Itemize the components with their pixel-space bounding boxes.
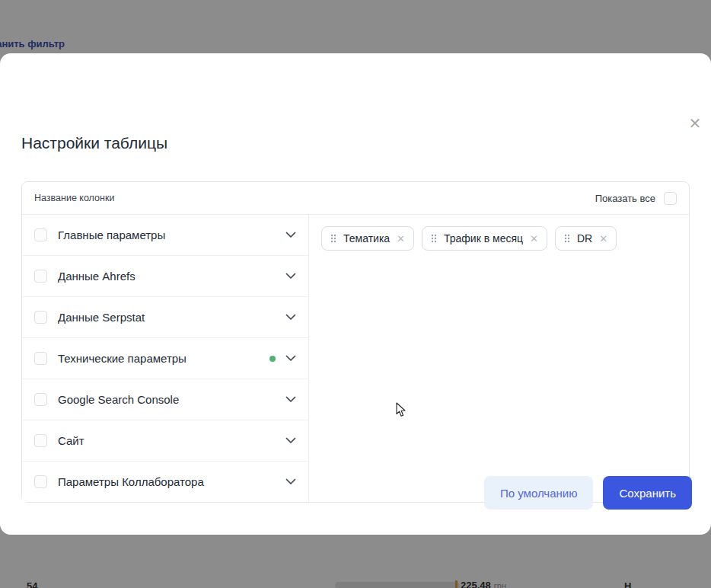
modal-footer: По умолчанию Сохранить	[484, 476, 692, 510]
chevron-down-icon[interactable]	[285, 232, 296, 238]
columns-panel: Название колонки Показать все Главные па…	[21, 181, 690, 503]
group-label: Технические параметры	[58, 352, 187, 365]
group-label: Google Search Console	[58, 393, 179, 406]
group-row-main-params[interactable]: Главные параметры	[22, 215, 308, 256]
group-row-collaborator-params[interactable]: Параметры Коллаборатора	[22, 462, 308, 502]
group-checkbox[interactable]	[34, 270, 47, 283]
group-label: Сайт	[58, 434, 84, 447]
group-label: Данные Serpstat	[58, 311, 145, 324]
group-checkbox[interactable]	[34, 475, 47, 488]
panel-body: Главные параметры Данные Ahrefs Данные S…	[22, 215, 689, 502]
group-checkbox[interactable]	[34, 352, 47, 365]
drag-handle-icon[interactable]	[564, 234, 570, 243]
column-name-header: Название колонки	[34, 193, 114, 203]
group-checkbox[interactable]	[34, 311, 47, 324]
chevron-down-icon[interactable]	[285, 273, 296, 280]
chevron-down-icon[interactable]	[285, 437, 296, 444]
table-settings-modal: ✕ Настройки таблицы Название колонки Пок…	[0, 53, 711, 535]
group-checkbox[interactable]	[34, 434, 47, 447]
group-row-technical-params[interactable]: Технические параметры	[22, 338, 308, 379]
show-all-control: Показать все	[595, 192, 677, 205]
panel-header: Название колонки Показать все	[22, 182, 689, 215]
group-label: Параметры Коллаборатора	[58, 475, 204, 488]
chip-label: Тематика	[343, 232, 390, 244]
remove-chip-icon[interactable]: ✕	[397, 234, 405, 244]
selected-columns-area: Тематика ✕ Трафик в месяц ✕ DR ✕	[309, 215, 689, 502]
group-row-serpstat[interactable]: Данные Serpstat	[22, 297, 308, 338]
modal-title: Настройки таблицы	[21, 134, 167, 152]
group-checkbox[interactable]	[34, 393, 47, 406]
column-chip-traffic[interactable]: Трафик в месяц ✕	[422, 226, 547, 251]
remove-chip-icon[interactable]: ✕	[599, 234, 607, 244]
chevron-down-icon[interactable]	[285, 314, 296, 321]
reset-default-button[interactable]: По умолчанию	[484, 476, 593, 510]
drag-handle-icon[interactable]	[431, 234, 437, 243]
column-chip-dr[interactable]: DR ✕	[555, 226, 617, 251]
group-label: Главные параметры	[58, 228, 165, 241]
column-chip-tematika[interactable]: Тематика ✕	[321, 226, 414, 251]
chevron-down-icon[interactable]	[285, 478, 296, 485]
save-button[interactable]: Сохранить	[603, 476, 692, 510]
chevron-down-icon[interactable]	[285, 396, 296, 403]
group-row-ahrefs[interactable]: Данные Ahrefs	[22, 256, 308, 297]
drag-handle-icon[interactable]	[330, 234, 336, 243]
show-all-label: Показать все	[595, 193, 655, 204]
chip-label: DR	[577, 232, 592, 244]
chevron-down-icon[interactable]	[285, 355, 296, 362]
group-label: Данные Ahrefs	[58, 270, 136, 283]
group-row-google-search-console[interactable]: Google Search Console	[22, 379, 308, 420]
remove-chip-icon[interactable]: ✕	[530, 234, 538, 244]
chips-row: Тематика ✕ Трафик в месяц ✕ DR ✕	[321, 226, 677, 251]
show-all-checkbox[interactable]	[664, 192, 677, 205]
group-checkbox[interactable]	[34, 228, 47, 241]
group-list: Главные параметры Данные Ahrefs Данные S…	[22, 215, 309, 502]
status-dot-icon	[269, 356, 276, 362]
group-row-site[interactable]: Сайт	[22, 420, 308, 462]
close-icon[interactable]: ✕	[686, 114, 704, 133]
chip-label: Трафик в месяц	[444, 232, 523, 244]
